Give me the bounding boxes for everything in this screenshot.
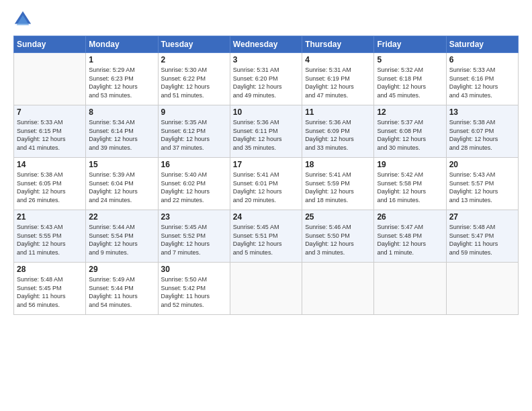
weekday-header-monday: Monday	[86, 36, 158, 53]
weekday-header-saturday: Saturday	[446, 36, 518, 53]
day-info: Sunrise: 5:45 AM Sunset: 5:52 PM Dayligh…	[161, 223, 227, 257]
day-number: 24	[233, 212, 299, 222]
day-number: 9	[161, 107, 227, 117]
calendar-cell: 9Sunrise: 5:35 AM Sunset: 6:12 PM Daylig…	[158, 105, 230, 158]
day-info: Sunrise: 5:44 AM Sunset: 5:54 PM Dayligh…	[89, 223, 154, 257]
day-info: Sunrise: 5:48 AM Sunset: 5:45 PM Dayligh…	[17, 275, 83, 309]
day-info: Sunrise: 5:31 AM Sunset: 6:19 PM Dayligh…	[305, 66, 371, 99]
day-number: 21	[17, 212, 83, 222]
header	[13, 10, 519, 29]
day-info: Sunrise: 5:32 AM Sunset: 6:18 PM Dayligh…	[377, 66, 443, 99]
calendar-cell	[374, 263, 446, 315]
day-number: 11	[305, 107, 371, 117]
calendar-cell: 23Sunrise: 5:45 AM Sunset: 5:52 PM Dayli…	[158, 210, 230, 263]
day-number: 25	[305, 212, 371, 222]
calendar-cell: 7Sunrise: 5:33 AM Sunset: 6:15 PM Daylig…	[14, 105, 86, 158]
calendar-week-row: 7Sunrise: 5:33 AM Sunset: 6:15 PM Daylig…	[14, 105, 519, 158]
calendar-cell	[14, 53, 86, 105]
calendar-cell: 20Sunrise: 5:43 AM Sunset: 5:57 PM Dayli…	[446, 158, 518, 210]
calendar-cell: 30Sunrise: 5:50 AM Sunset: 5:42 PM Dayli…	[158, 263, 230, 315]
calendar-week-row: 14Sunrise: 5:38 AM Sunset: 6:05 PM Dayli…	[14, 158, 519, 210]
day-number: 18	[305, 160, 371, 169]
day-info: Sunrise: 5:41 AM Sunset: 6:01 PM Dayligh…	[233, 171, 299, 204]
day-number: 13	[449, 107, 515, 117]
calendar-cell: 3Sunrise: 5:31 AM Sunset: 6:20 PM Daylig…	[230, 53, 302, 105]
day-info: Sunrise: 5:30 AM Sunset: 6:22 PM Dayligh…	[161, 66, 227, 99]
logo-icon	[13, 10, 32, 29]
calendar-week-row: 21Sunrise: 5:43 AM Sunset: 5:55 PM Dayli…	[14, 210, 519, 263]
day-info: Sunrise: 5:43 AM Sunset: 5:55 PM Dayligh…	[17, 223, 83, 257]
calendar-cell: 17Sunrise: 5:41 AM Sunset: 6:01 PM Dayli…	[230, 158, 302, 210]
day-number: 29	[89, 265, 154, 274]
day-number: 1	[89, 55, 154, 64]
day-info: Sunrise: 5:29 AM Sunset: 6:23 PM Dayligh…	[89, 66, 154, 99]
day-info: Sunrise: 5:37 AM Sunset: 6:08 PM Dayligh…	[377, 118, 443, 152]
calendar-cell: 14Sunrise: 5:38 AM Sunset: 6:05 PM Dayli…	[14, 158, 86, 210]
calendar-cell: 6Sunrise: 5:33 AM Sunset: 6:16 PM Daylig…	[446, 53, 518, 105]
calendar-header-row: SundayMondayTuesdayWednesdayThursdayFrid…	[14, 36, 519, 53]
calendar-table: SundayMondayTuesdayWednesdayThursdayFrid…	[13, 36, 519, 315]
day-info: Sunrise: 5:36 AM Sunset: 6:09 PM Dayligh…	[305, 118, 371, 152]
calendar-cell: 27Sunrise: 5:48 AM Sunset: 5:47 PM Dayli…	[446, 210, 518, 263]
weekday-header-wednesday: Wednesday	[230, 36, 302, 53]
calendar-cell: 16Sunrise: 5:40 AM Sunset: 6:02 PM Dayli…	[158, 158, 230, 210]
calendar-cell: 28Sunrise: 5:48 AM Sunset: 5:45 PM Dayli…	[14, 263, 86, 315]
day-number: 10	[233, 107, 299, 117]
day-number: 3	[233, 55, 299, 64]
day-number: 22	[89, 212, 154, 222]
day-info: Sunrise: 5:43 AM Sunset: 5:57 PM Dayligh…	[449, 171, 515, 204]
day-info: Sunrise: 5:38 AM Sunset: 6:05 PM Dayligh…	[17, 171, 83, 204]
calendar-cell: 15Sunrise: 5:39 AM Sunset: 6:04 PM Dayli…	[86, 158, 158, 210]
day-number: 7	[17, 107, 83, 117]
calendar-cell: 4Sunrise: 5:31 AM Sunset: 6:19 PM Daylig…	[302, 53, 374, 105]
weekday-header-sunday: Sunday	[14, 36, 86, 53]
calendar-cell: 18Sunrise: 5:41 AM Sunset: 5:59 PM Dayli…	[302, 158, 374, 210]
day-info: Sunrise: 5:34 AM Sunset: 6:14 PM Dayligh…	[89, 118, 154, 152]
calendar-cell: 10Sunrise: 5:36 AM Sunset: 6:11 PM Dayli…	[230, 105, 302, 158]
day-number: 17	[233, 160, 299, 169]
calendar-week-row: 28Sunrise: 5:48 AM Sunset: 5:45 PM Dayli…	[14, 263, 519, 315]
calendar-cell: 11Sunrise: 5:36 AM Sunset: 6:09 PM Dayli…	[302, 105, 374, 158]
day-number: 26	[377, 212, 443, 222]
day-number: 8	[89, 107, 154, 117]
day-number: 20	[449, 160, 515, 169]
calendar-cell	[230, 263, 302, 315]
day-number: 2	[161, 55, 227, 64]
calendar-cell: 29Sunrise: 5:49 AM Sunset: 5:44 PM Dayli…	[86, 263, 158, 315]
calendar-cell: 2Sunrise: 5:30 AM Sunset: 6:22 PM Daylig…	[158, 53, 230, 105]
calendar-cell: 26Sunrise: 5:47 AM Sunset: 5:48 PM Dayli…	[374, 210, 446, 263]
day-number: 15	[89, 160, 154, 169]
day-number: 14	[17, 160, 83, 169]
page: SundayMondayTuesdayWednesdayThursdayFrid…	[0, 0, 532, 411]
calendar-cell	[446, 263, 518, 315]
day-number: 30	[161, 265, 227, 274]
day-number: 23	[161, 212, 227, 222]
weekday-header-tuesday: Tuesday	[158, 36, 230, 53]
weekday-header-friday: Friday	[374, 36, 446, 53]
calendar-cell: 25Sunrise: 5:46 AM Sunset: 5:50 PM Dayli…	[302, 210, 374, 263]
day-number: 27	[449, 212, 515, 222]
day-info: Sunrise: 5:31 AM Sunset: 6:20 PM Dayligh…	[233, 66, 299, 99]
calendar-cell: 19Sunrise: 5:42 AM Sunset: 5:58 PM Dayli…	[374, 158, 446, 210]
day-info: Sunrise: 5:33 AM Sunset: 6:16 PM Dayligh…	[449, 66, 515, 99]
day-info: Sunrise: 5:41 AM Sunset: 5:59 PM Dayligh…	[305, 171, 371, 204]
day-number: 4	[305, 55, 371, 64]
day-info: Sunrise: 5:33 AM Sunset: 6:15 PM Dayligh…	[17, 118, 83, 152]
calendar-cell: 12Sunrise: 5:37 AM Sunset: 6:08 PM Dayli…	[374, 105, 446, 158]
calendar-cell: 24Sunrise: 5:45 AM Sunset: 5:51 PM Dayli…	[230, 210, 302, 263]
day-info: Sunrise: 5:42 AM Sunset: 5:58 PM Dayligh…	[377, 171, 443, 204]
logo	[13, 10, 34, 29]
day-info: Sunrise: 5:36 AM Sunset: 6:11 PM Dayligh…	[233, 118, 299, 152]
day-number: 12	[377, 107, 443, 117]
weekday-header-thursday: Thursday	[302, 36, 374, 53]
day-info: Sunrise: 5:35 AM Sunset: 6:12 PM Dayligh…	[161, 118, 227, 152]
calendar-cell: 8Sunrise: 5:34 AM Sunset: 6:14 PM Daylig…	[86, 105, 158, 158]
day-info: Sunrise: 5:38 AM Sunset: 6:07 PM Dayligh…	[449, 118, 515, 152]
day-number: 28	[17, 265, 83, 274]
day-info: Sunrise: 5:49 AM Sunset: 5:44 PM Dayligh…	[89, 275, 154, 309]
day-number: 19	[377, 160, 443, 169]
calendar-cell	[302, 263, 374, 315]
day-info: Sunrise: 5:46 AM Sunset: 5:50 PM Dayligh…	[305, 223, 371, 257]
day-number: 6	[449, 55, 515, 64]
day-info: Sunrise: 5:39 AM Sunset: 6:04 PM Dayligh…	[89, 171, 154, 204]
